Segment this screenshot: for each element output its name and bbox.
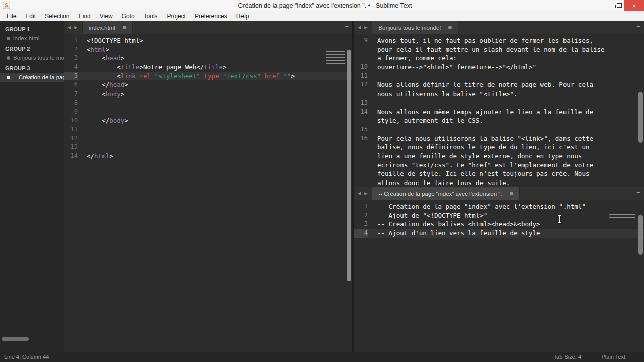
top-scrollbar[interactable] (638, 92, 643, 143)
line-number: 6 (64, 80, 78, 89)
code-line[interactable]: 6 </head> (64, 80, 352, 89)
text-caret (541, 229, 541, 235)
tab-back-icon[interactable]: ◀ (358, 25, 361, 30)
menu-tools[interactable]: Tools (139, 11, 163, 21)
sublime-text-window: S -- Création de la page "index" avec l'… (0, 0, 644, 362)
tab-label: index.html (89, 25, 115, 31)
top-text-lines: 9Avons tout, il ne faut pas oublier de f… (354, 36, 644, 187)
code-line[interactable]: 2<html> (64, 45, 352, 54)
tab-forward-icon[interactable]: ▶ (74, 25, 77, 30)
bottom-scrollbar[interactable] (638, 215, 643, 255)
file-dot-icon (7, 76, 10, 79)
overflow-menu-icon[interactable]: ≡ (636, 189, 640, 198)
tab-back-icon[interactable]: ◀ (358, 191, 361, 196)
minimap[interactable] (609, 213, 635, 219)
code-line[interactable]: 8 (64, 99, 352, 108)
code-text: </head> (87, 80, 128, 89)
syntax-indicator[interactable]: Plain Text (602, 354, 626, 360)
text-content: ouverture-->"<html>" fermeture-->"</html… (377, 63, 536, 72)
tab-index-html[interactable]: index.html (82, 21, 132, 34)
text-line[interactable]: pour cela il faut mettre un slash devant… (354, 45, 644, 54)
tab-bonjours[interactable]: Bonjours tous le monde! (372, 21, 458, 34)
code-line[interactable]: 12 (64, 134, 352, 143)
menu-help[interactable]: Help (232, 11, 254, 21)
overflow-menu-icon[interactable]: ≡ (636, 23, 640, 32)
menu-view[interactable]: View (95, 11, 117, 21)
text-content: -- Ajout d'un lien vers la feuille de st… (377, 229, 540, 238)
restore-button[interactable] (610, 0, 624, 11)
code-line[interactable]: 11 (64, 125, 352, 134)
text-line[interactable]: 9Avons tout, il ne faut pas oublier de f… (354, 36, 644, 45)
sidebar-item[interactable]: index.html (0, 34, 64, 43)
minimap[interactable] (610, 47, 636, 82)
menu-find[interactable]: Find (74, 11, 95, 21)
line-number: 13 (64, 143, 78, 152)
code-line[interactable]: 10 </body> (64, 116, 352, 125)
text-line[interactable]: 12Nous allons définir le titre de notre … (354, 80, 644, 89)
line-number: 10 (64, 116, 78, 125)
code-line[interactable]: 3 <head> (64, 54, 352, 63)
tab-size-indicator[interactable]: Tab Size: 4 (554, 354, 581, 360)
overflow-menu-icon[interactable]: ≡ (345, 23, 349, 32)
sidebar-hscrollbar[interactable] (2, 337, 29, 341)
line-number (354, 54, 368, 63)
sidebar-item[interactable]: Bonjours tous le mon (0, 53, 64, 62)
text-line[interactable]: balise, nous définirons le type de du li… (354, 143, 644, 152)
text-line[interactable]: 3-- Creation des balises <html><head>&<b… (354, 220, 644, 229)
tab-forward-icon[interactable]: ▶ (364, 25, 367, 30)
text-line[interactable]: 1-- Création de la page "index" avec l'e… (354, 202, 644, 211)
code-line[interactable]: 7 <body> (64, 89, 352, 99)
code-line[interactable]: 4 <title>Notre page Web</title> (64, 63, 352, 72)
line-number (354, 143, 368, 152)
line-number: 9 (354, 36, 368, 45)
sidebar-item[interactable]: -- Création de la page (0, 73, 64, 82)
menu-goto[interactable]: Goto (117, 11, 139, 21)
text-line[interactable]: feuille de style. Ici elle n'est toujour… (354, 169, 644, 178)
pane-index-html: ◀ ▶ index.html ≡ 1<!DOCTYPE html>2<html>… (64, 21, 352, 352)
text-line[interactable]: 4-- Ajout d'un lien vers la feuille de s… (354, 229, 644, 238)
text-line[interactable]: lien a une feuille de style externe, don… (354, 152, 644, 161)
left-tab-bar: ◀ ▶ index.html ≡ (64, 21, 352, 34)
text-line[interactable]: allons donc le faire tous de suite. (354, 178, 644, 187)
code-line[interactable]: 1<!DOCTYPE html> (64, 36, 352, 45)
text-line[interactable]: ecrirons "text/css". Le "href" est l'emp… (354, 161, 644, 170)
menu-preferences[interactable]: Preferences (190, 11, 232, 21)
text-line[interactable]: 2-- Ajout de "<!DOCTYPE html>" (354, 211, 644, 220)
text-content: style, autrement dit le CSS. (377, 116, 484, 125)
text-content: -- Création de la page "index" avec l'ex… (377, 202, 586, 211)
tab-forward-icon[interactable]: ▶ (364, 191, 367, 196)
text-line[interactable]: 16Pour cela nous utiliserons la balise "… (354, 134, 644, 143)
text-line[interactable]: 11 (354, 72, 644, 81)
text-content: -- Ajout de "<!DOCTYPE html>" (377, 211, 487, 220)
text-line[interactable]: 13 (354, 99, 644, 108)
text-line[interactable]: 14Nous allons en même temps ajouter le l… (354, 108, 644, 117)
tab-nav-arrows: ◀ ▶ (354, 187, 372, 200)
close-button[interactable]: × (624, 0, 644, 11)
line-number: 3 (354, 220, 368, 229)
code-line[interactable]: 9 (64, 108, 352, 117)
minimap[interactable] (326, 50, 345, 66)
line-number (354, 178, 368, 187)
sidebar-groups: GROUP 1index.htmlGROUP 2Bonjours tous le… (0, 25, 64, 82)
text-content: Avons tout, il ne faut pas oublier de fe… (377, 36, 593, 45)
cursor-position: Line 4, Column 44 (4, 354, 49, 360)
tab-creation-notes[interactable]: -- Création de la page "index" avec l'ex… (372, 187, 519, 200)
minimize-button[interactable] (595, 0, 610, 11)
text-line[interactable]: 10ouverture-->"<html>" fermeture-->"</ht… (354, 63, 644, 72)
text-content: Nous allons en même temps ajouter le lie… (377, 108, 593, 117)
code-line[interactable]: 14</html> (64, 152, 352, 161)
menu-selection[interactable]: Selection (40, 11, 74, 21)
text-line[interactable]: a fermer, comme cela: (354, 54, 644, 63)
menu-edit[interactable]: Edit (21, 11, 40, 21)
menu-file[interactable]: File (2, 11, 21, 21)
text-line[interactable]: style, autrement dit le CSS. (354, 116, 644, 125)
code-text: <html> (87, 45, 109, 54)
text-line[interactable]: 15 (354, 125, 644, 134)
text-line[interactable]: nous utiliserons la balise "<title>". (354, 89, 644, 99)
menu-project[interactable]: Project (163, 11, 190, 21)
line-number: 10 (354, 63, 368, 72)
tab-back-icon[interactable]: ◀ (68, 25, 71, 30)
code-line[interactable]: 5 <link rel="stylesheet" type="text/css"… (64, 72, 352, 81)
left-scrollbar[interactable] (347, 50, 351, 281)
code-line[interactable]: 13 (64, 143, 352, 152)
